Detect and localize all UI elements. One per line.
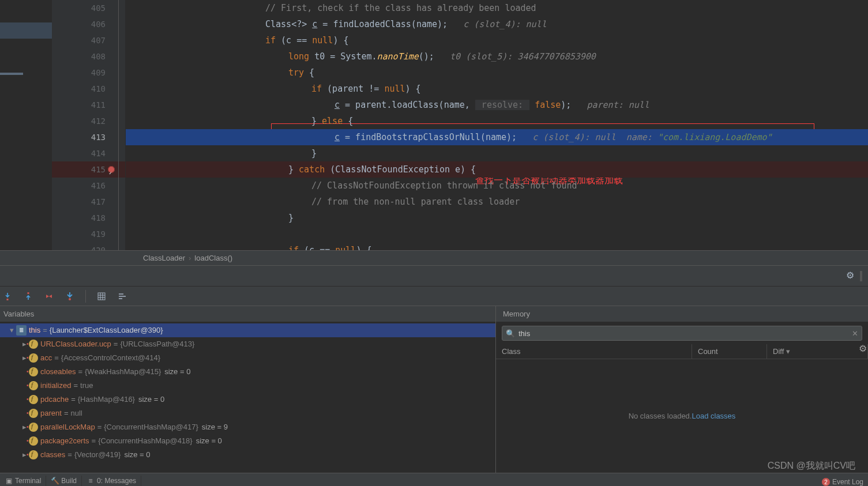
col-class[interactable]: Class [496,344,692,359]
gear-icon[interactable] [846,272,855,281]
tab-messages[interactable]: ≡0: Messages [82,476,141,486]
field-icon [29,436,38,446]
hammer-icon: 🔨 [51,477,59,485]
object-icon [16,325,27,336]
memory-panel: Memory 🔍 ✕ Class Count Diff ▾ No classes… [496,306,868,473]
code-line[interactable]: } [126,210,868,226]
breadcrumb-method[interactable]: loadClass() [194,254,232,262]
code-line[interactable]: // from the non-null parent class loader [126,194,868,210]
search-icon: 🔍 [506,329,515,338]
chevron-down-icon: ▾ [786,347,790,356]
force-step-into-icon[interactable] [65,291,75,302]
line-number[interactable]: 412 [52,113,125,129]
left-gutter-margin [0,0,52,250]
variable-row[interactable]: initialized = true [0,379,495,393]
variables-tree[interactable]: this = {Launcher$ExtClassLoader@390}URLC… [0,322,495,473]
tab-terminal[interactable]: ▣Terminal [0,476,46,486]
variable-row[interactable]: acc = {AccessControlContext@414} [0,351,495,365]
code-line[interactable]: if (c == null) { [126,32,868,48]
field-icon [29,423,38,432]
line-number[interactable]: 415 [52,161,125,178]
variable-row[interactable]: closeables = {WeakHashMap@415} size = 0 [0,365,495,379]
line-number[interactable]: 407 [52,32,125,48]
field-icon [29,367,38,376]
variable-row[interactable]: parallelLockMap = {ConcurrentHashMap@417… [0,420,495,434]
variable-row[interactable]: URLClassLoader.ucp = {URLClassPath@413} [0,337,495,351]
tab-build[interactable]: 🔨Build [46,476,82,486]
field-icon [29,381,38,390]
load-classes-link[interactable]: Load classes [692,412,735,420]
expand-arrow-icon[interactable] [7,323,16,337]
code-line[interactable]: if (parent != null) { [126,81,868,97]
line-number[interactable]: 416 [52,178,125,194]
line-number[interactable]: 411 [52,97,125,113]
notification-badge: 2 [822,478,830,486]
variables-panel: Variables this = {Launcher$ExtClassLoade… [0,306,496,473]
line-number[interactable]: 417 [52,194,125,210]
variable-row[interactable]: this = {Launcher$ExtClassLoader@390} [0,323,495,337]
svg-rect-3 [98,293,105,300]
breadcrumb-class[interactable]: ClassLoader [143,254,185,262]
variable-row[interactable]: classes = {Vector@419} size = 0 [0,448,495,462]
field-icon [29,340,38,349]
code-line[interactable]: // ClassNotFoundException thrown if clas… [126,178,868,194]
field-icon [29,450,38,459]
tab-event-log[interactable]: 2 Event Log [817,478,868,486]
code-line[interactable]: } else { [126,113,868,129]
line-number[interactable]: 418 [52,210,125,226]
code-line[interactable]: long t0 = System.nanoTime(); t0 (slot_5)… [126,48,868,65]
svg-rect-1 [28,292,29,294]
variable-row[interactable]: pdcache = {HashMap@416} size = 0 [0,393,495,406]
debug-toolbar [0,286,868,306]
memory-columns: Class Count Diff ▾ [496,344,868,359]
memory-header: Memory [496,306,868,322]
line-number[interactable]: 406 [52,16,125,32]
terminal-icon: ▣ [5,477,13,485]
editor-pane: 4054064074084094104114124134144154164174… [0,0,868,250]
variables-header: Variables [0,306,495,322]
code-area[interactable]: 上一级为null，说明已经找到Bootstrap类加载器了， 查找一下是否被启动… [126,0,868,250]
code-line[interactable]: c = findBootstrapClassOrNull(name); c (s… [126,129,868,145]
code-line[interactable]: Class<?> c = findLoadedClass(name); c (s… [126,16,868,32]
breakpoint-icon[interactable] [108,166,115,173]
trace-icon[interactable] [117,291,127,302]
code-line[interactable]: c = parent.loadClass(name, resolve: fals… [126,97,868,113]
field-icon [29,409,38,418]
breadcrumb[interactable]: ClassLoader › loadClass() [0,250,868,265]
step-into-icon[interactable] [2,291,13,302]
variable-row[interactable]: package2certs = {ConcurrentHashMap@418} … [0,434,495,448]
bottom-toolwindow-tabs[interactable]: ▣Terminal 🔨Build ≡0: Messages 2 Event Lo… [0,473,868,486]
line-number[interactable]: 419 [52,226,125,242]
drop-frame-icon[interactable] [44,291,54,302]
code-line[interactable]: try { [126,65,868,81]
line-number[interactable]: 405 [52,0,125,16]
svg-rect-0 [7,299,9,300]
line-number[interactable]: 414 [52,145,125,161]
memory-settings-icon[interactable] [859,343,867,354]
line-number[interactable]: 408 [52,48,125,65]
line-number[interactable]: 410 [52,81,125,97]
col-count[interactable]: Count [692,344,767,359]
debug-header-bar [0,265,868,286]
svg-point-2 [69,298,71,300]
line-number-gutter[interactable]: 4054064074084094104114124134144154164174… [52,0,126,250]
field-icon [29,395,38,404]
debug-panels: Variables this = {Launcher$ExtClassLoade… [0,306,868,473]
memory-search[interactable]: 🔍 ✕ [502,326,862,341]
step-out-icon[interactable] [23,291,33,302]
evaluate-grid-icon[interactable] [96,291,107,302]
code-line[interactable]: // First, check if the class has already… [126,0,868,16]
code-line[interactable] [126,226,868,242]
field-icon [29,353,38,363]
col-diff[interactable]: Diff ▾ [767,344,868,359]
line-number[interactable]: 409 [52,65,125,81]
memory-search-input[interactable] [518,329,852,338]
hide-panel-handle[interactable] [860,271,862,281]
clear-icon[interactable]: ✕ [852,329,858,338]
line-number[interactable]: 413 [52,129,125,145]
code-line[interactable]: } catch (ClassNotFoundException e) { [126,161,868,178]
toolbar-separator [85,290,86,303]
chevron-right-icon: › [189,254,191,262]
code-line[interactable]: } [126,145,868,161]
variable-row[interactable]: parent = null [0,406,495,420]
